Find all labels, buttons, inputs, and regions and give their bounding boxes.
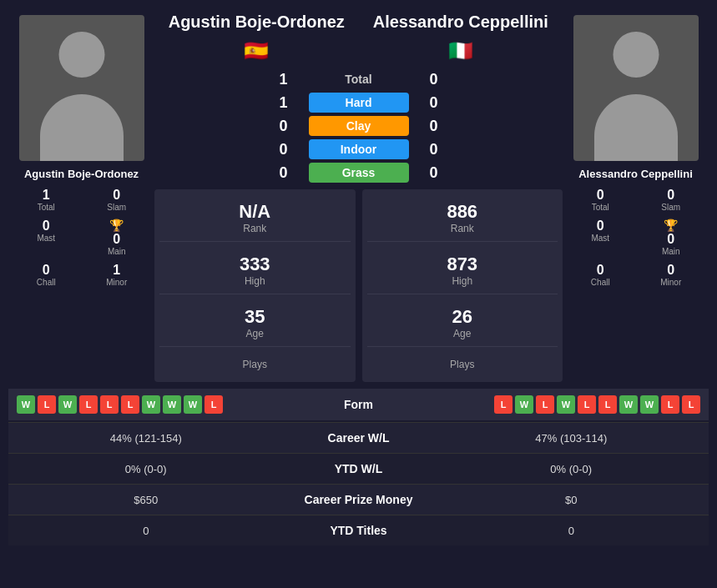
- score-grass-left: 0: [259, 164, 309, 182]
- left-chall-value: 0: [13, 263, 79, 278]
- player-headers: Agustin Boje-Ordonez Alessandro Ceppelli…: [154, 8, 563, 36]
- left-high-block: 333 High: [159, 247, 351, 294]
- form-badge-left: W: [184, 395, 202, 414]
- form-badge-left: L: [100, 395, 119, 414]
- right-main-value: 0: [639, 232, 704, 247]
- score-total-right: 0: [409, 71, 459, 88]
- score-row-total: 1 Total 0: [154, 69, 563, 89]
- form-badge-right: W: [640, 395, 659, 414]
- main-row: Agustin Boje-Ordonez 1 Total 0 Slam 0 Ma…: [8, 8, 709, 382]
- left-minor-cell: 1 Minor: [83, 260, 152, 289]
- score-total-label: Total: [309, 69, 409, 89]
- ytd-wl-label: YTD W/L: [275, 462, 442, 475]
- right-rank-block: 886 Rank: [367, 194, 558, 242]
- score-clay-left: 0: [259, 118, 309, 135]
- left-minor-label: Minor: [84, 278, 150, 287]
- right-main-cell: 🏆 0 Main: [637, 216, 706, 259]
- right-player-panel: Alessandro Ceppellini 0 Total 0 Slam 0 M…: [563, 8, 709, 382]
- score-row-clay: 0 Clay 0: [154, 116, 563, 136]
- left-main-label: Main: [84, 247, 150, 256]
- form-center-label: Form: [309, 398, 409, 411]
- score-indoor-right: 0: [409, 141, 459, 158]
- form-left: WLWLLLWWWL: [17, 395, 309, 414]
- right-high-value: 873: [371, 254, 555, 275]
- career-prize-row: $650 Career Prize Money $0: [8, 484, 709, 515]
- left-slam-label: Slam: [84, 203, 150, 212]
- right-chall-value: 0: [568, 263, 634, 278]
- right-mast-label: Mast: [568, 234, 634, 243]
- left-rank-block: N/A Rank: [159, 194, 351, 242]
- right-high-label: High: [371, 275, 555, 287]
- score-hard-label: Hard: [309, 93, 409, 113]
- score-clay-label: Clay: [309, 116, 409, 136]
- page-container: Agustin Boje-Ordonez 1 Total 0 Slam 0 Ma…: [0, 0, 717, 554]
- left-total-cell: 1 Total: [12, 185, 81, 214]
- form-right: LWLWLLWWLL: [409, 395, 701, 414]
- right-main-label: Main: [639, 247, 704, 256]
- form-badge-right: W: [515, 395, 533, 414]
- career-prize-left: $650: [17, 494, 275, 506]
- right-plays-label: Plays: [371, 359, 555, 370]
- right-total-label: Total: [568, 203, 634, 212]
- middle-section: Agustin Boje-Ordonez Alessandro Ceppelli…: [154, 8, 563, 382]
- score-total-left: 1: [259, 71, 309, 88]
- score-clay-right: 0: [409, 118, 459, 135]
- right-minor-cell: 0 Minor: [637, 260, 706, 289]
- career-prize-label: Career Prize Money: [275, 493, 442, 506]
- career-wl-left: 44% (121-154): [17, 432, 275, 445]
- left-high-label: High: [163, 275, 347, 287]
- right-total-value: 0: [568, 188, 634, 203]
- score-rows: 1 Total 0 1 Hard 0 0 Clay 0 0 Indoor: [154, 69, 563, 183]
- score-grass-right: 0: [409, 164, 459, 182]
- right-plays-block: Plays: [367, 352, 558, 377]
- left-rank-label: Rank: [163, 223, 347, 234]
- right-age-block: 26 Age: [367, 299, 558, 347]
- left-player-name: Agustin Boje-Ordonez: [24, 168, 139, 180]
- right-total-cell: 0 Total: [566, 185, 635, 214]
- right-age-value: 26: [371, 306, 555, 328]
- left-age-label: Age: [163, 328, 347, 339]
- right-age-label: Age: [371, 328, 555, 339]
- left-plays-block: Plays: [159, 352, 351, 377]
- ytd-wl-row: 0% (0-0) YTD W/L 0% (0-0): [8, 453, 709, 484]
- career-wl-row: 44% (121-154) Career W/L 47% (103-114): [8, 422, 709, 453]
- score-row-grass: 0 Grass 0: [154, 163, 563, 183]
- left-mast-label: Mast: [13, 234, 79, 243]
- left-player-avatar: [19, 15, 144, 161]
- left-minor-value: 1: [84, 263, 150, 278]
- right-chall-cell: 0 Chall: [566, 260, 635, 289]
- left-plays-label: Plays: [163, 359, 347, 370]
- score-row-indoor: 0 Indoor 0: [154, 139, 563, 159]
- left-stats-grid: 1 Total 0 Slam 0 Mast 🏆 0 Main: [12, 185, 151, 289]
- left-age-value: 35: [163, 306, 347, 328]
- right-slam-cell: 0 Slam: [637, 185, 706, 214]
- form-badge-left: W: [58, 395, 77, 414]
- form-badge-right: L: [536, 395, 554, 414]
- left-mast-value: 0: [13, 219, 79, 234]
- form-badge-left: W: [142, 395, 160, 414]
- right-flag: 🇮🇹: [448, 39, 473, 63]
- right-player-name: Alessandro Ceppellini: [578, 168, 693, 180]
- ytd-titles-right: 0: [442, 525, 701, 537]
- right-stats-panel: 886 Rank 873 High 26 Age Plays: [362, 189, 563, 382]
- avatar-head-right: [613, 32, 659, 78]
- left-main-value: 0: [84, 232, 150, 247]
- right-rank-label: Rank: [371, 223, 555, 234]
- right-slam-label: Slam: [639, 203, 704, 212]
- score-hard-left: 1: [259, 94, 309, 112]
- left-chall-cell: 0 Chall: [12, 260, 81, 289]
- score-row-hard: 1 Hard 0: [154, 93, 563, 113]
- ytd-titles-left: 0: [17, 525, 275, 537]
- right-slam-value: 0: [639, 188, 704, 203]
- left-stats-panel: N/A Rank 333 High 35 Age Plays: [154, 189, 356, 382]
- right-mast-value: 0: [568, 219, 634, 234]
- left-main-cell: 🏆 0 Main: [83, 216, 152, 259]
- left-flag: 🇪🇸: [244, 39, 269, 63]
- right-player-avatar: [573, 15, 699, 161]
- score-hard-right: 0: [409, 94, 459, 112]
- form-badge-left: L: [121, 395, 139, 414]
- flag-row: 🇪🇸 🇮🇹: [154, 39, 563, 63]
- left-chall-label: Chall: [13, 278, 79, 287]
- form-badge-left: W: [163, 395, 181, 414]
- right-minor-label: Minor: [639, 278, 704, 287]
